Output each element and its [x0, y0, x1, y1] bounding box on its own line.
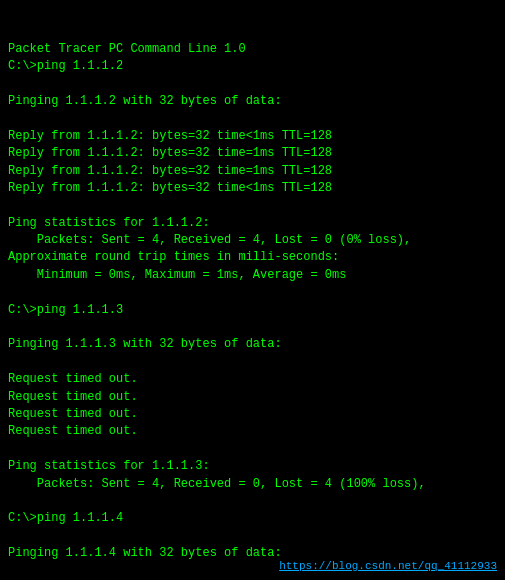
- terminal-line: Reply from 1.1.1.2: bytes=32 time=1ms TT…: [8, 163, 497, 180]
- empty-line: [8, 284, 497, 301]
- empty-line: [8, 493, 497, 510]
- terminal-line: Packet Tracer PC Command Line 1.0: [8, 41, 497, 58]
- terminal-line: Minimum = 0ms, Maximum = 1ms, Average = …: [8, 267, 497, 284]
- terminal-line: Request timed out.: [8, 389, 497, 406]
- terminal-line: Reply from 1.1.1.2: bytes=32 time=1ms TT…: [8, 145, 497, 162]
- terminal-line: Approximate round trip times in milli-se…: [8, 249, 497, 266]
- empty-line: [8, 528, 497, 545]
- terminal-window: Packet Tracer PC Command Line 1.0C:\>pin…: [0, 0, 505, 580]
- terminal-line: C:\>ping 1.1.1.3: [8, 302, 497, 319]
- terminal-line: Pinging 1.1.1.2 with 32 bytes of data:: [8, 93, 497, 110]
- empty-line: [8, 197, 497, 214]
- terminal-line: Request timed out.: [8, 371, 497, 388]
- terminal-line: Packets: Sent = 4, Received = 0, Lost = …: [8, 476, 497, 493]
- terminal-line: Ping statistics for 1.1.1.2:: [8, 215, 497, 232]
- terminal-line: Reply from 1.1.1.2: bytes=32 time<1ms TT…: [8, 180, 497, 197]
- terminal-content: Packet Tracer PC Command Line 1.0C:\>pin…: [8, 6, 497, 580]
- terminal-line: Reply from 1.1.1.2: bytes=32 time<1ms TT…: [8, 128, 497, 145]
- empty-line: [8, 441, 497, 458]
- empty-line: [8, 110, 497, 127]
- terminal-line: Pinging 1.1.1.3 with 32 bytes of data:: [8, 336, 497, 353]
- terminal-line: Request timed out.: [8, 406, 497, 423]
- terminal-line: C:\>ping 1.1.1.2: [8, 58, 497, 75]
- terminal-line: Request timed out.: [8, 423, 497, 440]
- empty-line: [8, 76, 497, 93]
- watermark: https://blog.csdn.net/qq_41112933: [279, 560, 497, 572]
- terminal-line: Packets: Sent = 4, Received = 4, Lost = …: [8, 232, 497, 249]
- terminal-line: C:\>ping 1.1.1.4: [8, 510, 497, 527]
- empty-line: [8, 319, 497, 336]
- terminal-line: Ping statistics for 1.1.1.3:: [8, 458, 497, 475]
- empty-line: [8, 354, 497, 371]
